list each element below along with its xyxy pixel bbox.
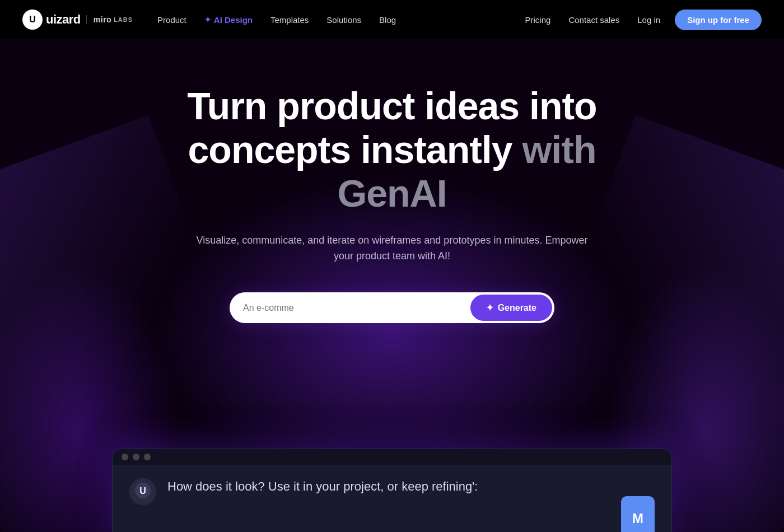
prompt-input-field[interactable] bbox=[230, 294, 468, 322]
logo-group: U uizard miro LABS bbox=[22, 10, 133, 30]
miro-text: miro bbox=[94, 15, 111, 24]
panel-message: How does it look? Use it in your project… bbox=[167, 478, 610, 496]
panel-dot-2 bbox=[133, 454, 139, 460]
panel-avatar: U bbox=[129, 478, 156, 505]
prompt-input-bar: ✦ Generate bbox=[230, 292, 554, 323]
svg-text:U: U bbox=[139, 486, 146, 496]
uizard-logo[interactable]: U uizard bbox=[22, 10, 81, 30]
hero-title: Turn product ideas into concepts instant… bbox=[140, 84, 644, 216]
avatar-icon: U bbox=[135, 483, 151, 501]
panel-dot-3 bbox=[144, 454, 151, 460]
nav-product[interactable]: Product bbox=[150, 11, 194, 29]
nav-links-left: Product ✦ AI Design Templates Solutions … bbox=[150, 11, 517, 29]
hero-content: Turn product ideas into concepts instant… bbox=[140, 84, 644, 292]
nav-links-right: Pricing Contact sales Log in Sign up for… bbox=[517, 10, 762, 30]
generate-label: Generate bbox=[498, 303, 536, 313]
ai-sparkle-icon: ✦ bbox=[204, 15, 211, 24]
nav-ai-design[interactable]: ✦ AI Design bbox=[197, 11, 260, 29]
nav-blog[interactable]: Blog bbox=[371, 11, 404, 29]
nav-pricing[interactable]: Pricing bbox=[517, 11, 559, 29]
panel-action-button[interactable]: M bbox=[621, 496, 655, 532]
uizard-wordmark: uizard bbox=[46, 12, 81, 27]
hero-title-line1: Turn product ideas into bbox=[187, 85, 596, 127]
panel-btn-label: M bbox=[632, 511, 643, 526]
hero-section: Turn product ideas into concepts instant… bbox=[0, 39, 784, 532]
generate-sparkle-icon: ✦ bbox=[486, 302, 493, 313]
hero-title-line2: concepts instantly bbox=[188, 128, 522, 171]
panel-dot-1 bbox=[122, 454, 128, 460]
nav-solutions[interactable]: Solutions bbox=[319, 11, 369, 29]
signup-button[interactable]: Sign up for free bbox=[675, 10, 762, 30]
navbar: U uizard miro LABS Product ✦ AI Design T… bbox=[0, 0, 784, 39]
uizard-icon: U bbox=[22, 10, 43, 30]
nav-login[interactable]: Log in bbox=[629, 11, 668, 29]
chat-panel-preview: U How does it look? Use it in your proje… bbox=[112, 449, 672, 532]
labs-text: LABS bbox=[114, 16, 133, 23]
hero-subtitle: Visualize, communicate, and iterate on w… bbox=[196, 232, 588, 265]
generate-button[interactable]: ✦ Generate bbox=[470, 295, 552, 321]
panel-content: U How does it look? Use it in your proje… bbox=[113, 465, 671, 532]
panel-top-bar bbox=[113, 449, 671, 465]
nav-contact-sales[interactable]: Contact sales bbox=[561, 11, 627, 29]
miro-labs-badge: miro LABS bbox=[86, 15, 133, 24]
nav-ai-design-label: AI Design bbox=[214, 15, 253, 25]
nav-templates[interactable]: Templates bbox=[263, 11, 316, 29]
panel-card: U How does it look? Use it in your proje… bbox=[112, 449, 672, 532]
